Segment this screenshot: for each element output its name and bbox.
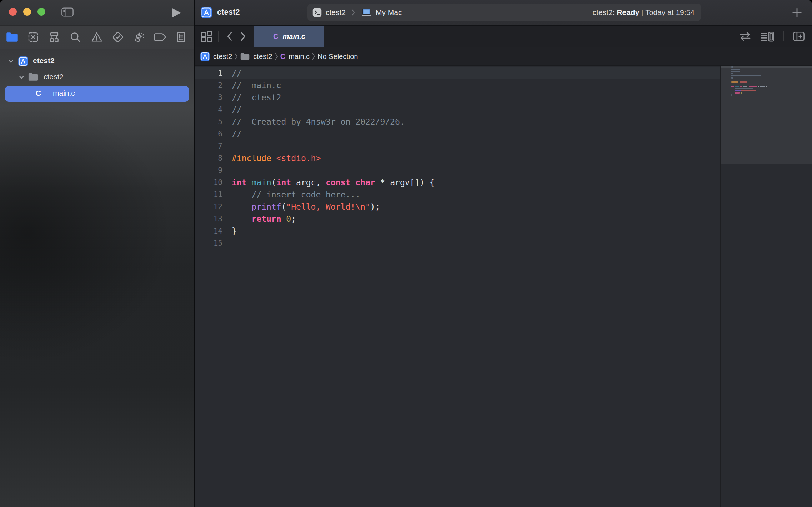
breakpoint-navigator-tab[interactable] — [153, 30, 167, 44]
editor-controls — [738, 30, 806, 43]
minimap-line — [731, 77, 733, 79]
code-line[interactable]: 1// — [195, 67, 720, 79]
editor-pane: ctest2 ctest2 — [194, 0, 812, 507]
divider — [783, 31, 784, 41]
code-line[interactable]: 5// Created by 4nsw3r on 2022/9/26. — [195, 116, 720, 128]
breadcrumb-group[interactable]: ctest2 — [240, 52, 272, 61]
forward-chevron-icon[interactable] — [239, 31, 248, 42]
code-line[interactable]: 8#include <stdio.h> — [195, 152, 720, 164]
minimap[interactable] — [720, 66, 812, 507]
line-number[interactable]: 9 — [195, 164, 222, 176]
terminal-icon — [312, 7, 322, 17]
tab-label: main.c — [283, 32, 305, 41]
run-button[interactable] — [171, 7, 181, 19]
minimap-line — [731, 75, 761, 76]
line-number[interactable]: 7 — [195, 140, 222, 152]
sidebar-toggle-icon[interactable] — [61, 6, 74, 18]
sidebar-titlebar — [0, 0, 194, 25]
scheme-and-activity-chip[interactable]: ctest2 My Mac ctest2: Re — [307, 4, 701, 21]
code-area[interactable]: 1//2// main.c3// ctest24//5// Created by… — [195, 66, 720, 249]
issue-navigator-tab[interactable] — [90, 30, 104, 44]
line-number[interactable]: 14 — [195, 225, 222, 237]
symbol-navigator-tab[interactable] — [47, 30, 61, 44]
close-window-button[interactable] — [9, 8, 17, 16]
breadcrumb-label: ctest2 — [253, 52, 272, 61]
zoom-window-button[interactable] — [37, 8, 45, 16]
source-editor[interactable]: 1//2// main.c3// ctest24//5// Created by… — [195, 66, 812, 507]
line-number[interactable]: 2 — [195, 79, 222, 91]
minimap-current-line — [721, 66, 812, 68]
line-number[interactable]: 6 — [195, 128, 222, 140]
divider — [218, 31, 219, 42]
minimap-background — [721, 66, 812, 164]
debug-navigator-tab[interactable] — [132, 30, 146, 44]
related-items-grid-icon[interactable] — [200, 30, 213, 43]
tree-item-project-ctest2[interactable]: ctest2 — [0, 53, 194, 69]
tree-item-main-c-selected[interactable]: C main.c — [5, 86, 189, 102]
code-line[interactable]: 4// — [195, 104, 720, 116]
breadcrumb-label: main.c — [289, 52, 310, 61]
run-destination: My Mac — [376, 8, 402, 17]
code-line[interactable]: 9 — [195, 164, 720, 176]
line-number[interactable]: 15 — [195, 237, 222, 249]
project-navigator-tab[interactable] — [5, 30, 19, 44]
tab-main-c[interactable]: C main.c — [254, 26, 324, 47]
chevron-down-icon[interactable] — [19, 74, 25, 80]
status-project: ctest2: — [593, 8, 615, 16]
test-navigator-tab[interactable] — [111, 30, 125, 44]
line-number[interactable]: 8 — [195, 152, 222, 164]
breakpoint-tag-icon — [153, 32, 167, 42]
line-number[interactable]: 13 — [195, 213, 222, 225]
code-line[interactable]: 14} — [195, 225, 720, 237]
navigator-tab-bar — [0, 25, 194, 49]
breadcrumb-project[interactable]: ctest2 — [200, 51, 232, 61]
line-number[interactable]: 12 — [195, 201, 222, 213]
line-number[interactable]: 11 — [195, 189, 222, 201]
line-number[interactable]: 10 — [195, 176, 222, 189]
chevron-down-icon[interactable] — [8, 58, 14, 64]
toolbar: ctest2 ctest2 — [195, 0, 812, 25]
xcode-project-icon — [200, 51, 210, 61]
code-line[interactable]: 12 printf("Hello, World!\n"); — [195, 201, 720, 213]
library-add-button[interactable] — [791, 6, 803, 19]
report-list-icon — [175, 31, 187, 43]
code-line[interactable]: 7 — [195, 140, 720, 152]
scheme-selector[interactable]: ctest2 My Mac — [307, 7, 402, 17]
minimap-line — [731, 73, 733, 74]
tree-item-group-ctest2[interactable]: ctest2 — [0, 69, 194, 85]
back-chevron-icon[interactable] — [225, 31, 234, 42]
code-line[interactable]: 2// main.c — [195, 79, 720, 91]
box-x-icon — [27, 31, 39, 43]
tree-item-label: main.c — [53, 89, 75, 97]
warning-triangle-icon — [91, 31, 103, 43]
line-number[interactable]: 4 — [195, 104, 222, 116]
folder-icon — [28, 72, 39, 81]
code-line[interactable]: 13 return 0; — [195, 213, 720, 225]
find-navigator-tab[interactable] — [68, 30, 82, 44]
xcode-window: ctest2 ctest2 C main.c — [0, 0, 812, 507]
activity-status[interactable]: ctest2: Ready | Today at 19:54 — [593, 8, 701, 17]
line-number[interactable]: 1 — [195, 67, 222, 79]
line-number[interactable]: 5 — [195, 116, 222, 128]
minimap-line — [731, 94, 732, 96]
breadcrumb-file[interactable]: C main.c — [280, 52, 310, 61]
code-line[interactable]: 3// ctest2 — [195, 91, 720, 104]
editor-options-icon[interactable] — [760, 30, 776, 43]
code-line[interactable]: 6// — [195, 128, 720, 140]
code-line[interactable]: 11 // insert code here... — [195, 189, 720, 201]
breadcrumb-selection[interactable]: No Selection — [317, 52, 358, 61]
source-control-navigator-tab[interactable] — [26, 30, 40, 44]
minimize-window-button[interactable] — [23, 8, 31, 16]
line-number[interactable]: 3 — [195, 91, 222, 104]
report-navigator-tab[interactable] — [174, 30, 188, 44]
project-file-tree: ctest2 ctest2 C main.c — [0, 49, 194, 102]
folder-icon — [240, 52, 250, 61]
magnifier-icon — [69, 31, 81, 43]
minimap-line — [731, 71, 740, 72]
code-line[interactable]: 15 — [195, 237, 720, 249]
add-editor-icon[interactable] — [792, 30, 806, 43]
minimap-line — [735, 90, 756, 91]
code-review-swap-icon[interactable] — [738, 30, 752, 42]
scheme-name: ctest2 — [326, 8, 346, 17]
code-line[interactable]: 10int main(int argc, const char * argv[]… — [195, 176, 720, 189]
